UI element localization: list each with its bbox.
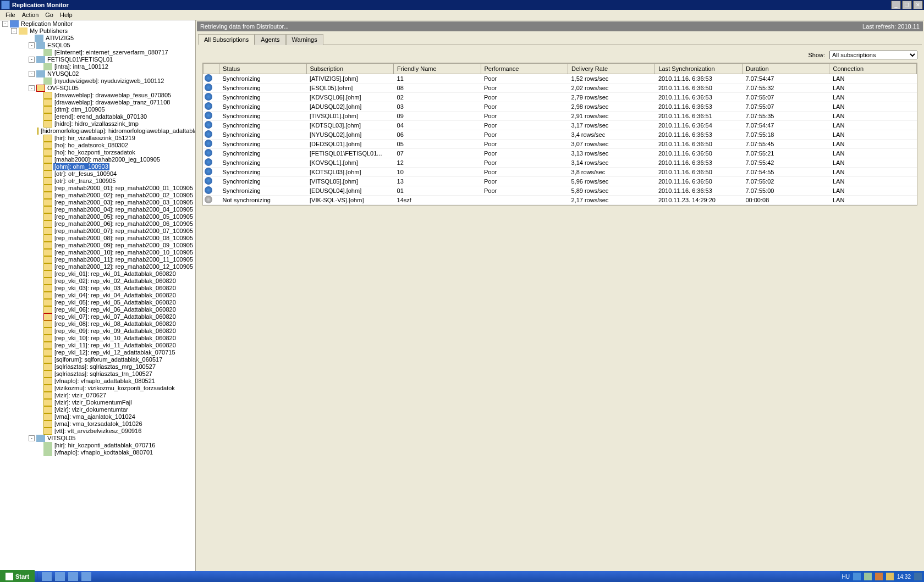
tree-item[interactable]: [erend]: erend_adattablak_070130 [53, 113, 148, 120]
table-row[interactable]: Synchronizing[KOTSQL03].[ohm]10Poor3,8 r… [204, 168, 917, 177]
table-row[interactable]: Synchronizing[VITSQL05].[ohm]13Poor5,96 … [204, 177, 917, 186]
tree-item[interactable]: [rep_vki_03]: rep_vki_03_Adattablak_0608… [53, 285, 177, 292]
expand-icon[interactable]: - [2, 21, 8, 27]
tree-item[interactable]: [rep_mahab2000_08]: rep_mahab2000_08_100… [53, 235, 194, 242]
table-row[interactable]: Synchronizing[FETISQL01\FETISQL01...07Po… [204, 149, 917, 158]
tree-item[interactable]: [dtm]: dtm_100905 [53, 106, 106, 113]
tree-item[interactable]: [otr]: otr_tranz_100905 [53, 178, 117, 185]
col-header[interactable]: Duration [742, 64, 829, 74]
menu-go[interactable]: Go [42, 10, 57, 19]
tree-item[interactable]: ATIVIZIG5 [45, 35, 75, 42]
menu-file[interactable]: File [2, 10, 19, 19]
menu-action[interactable]: Action [19, 10, 42, 19]
col-header[interactable]: Last Synchronization [655, 64, 742, 74]
tree-item[interactable]: [dravaweblap]: dravaweblap_tranz_071108 [53, 99, 171, 106]
quicklaunch-icon[interactable] [55, 572, 65, 581]
expand-icon[interactable]: - [29, 85, 35, 91]
tree-item[interactable]: [rep_vki_07]: rep_vki_07_Adattablak_0608… [53, 313, 177, 320]
tree-item[interactable]: [rep_mahab2000_07]: rep_mahab2000_07_100… [53, 228, 194, 235]
tree-item[interactable]: [hidromorfologiaweblap]: hidromorfologia… [40, 128, 196, 135]
tree-item[interactable]: [rep_mahab2000_01]: rep_mahab2000_01_100… [53, 185, 194, 192]
tree-item[interactable]: [vizir]: vizir_070627 [53, 392, 107, 399]
tray-icon[interactable] [853, 573, 861, 580]
clock[interactable]: 14:32 [897, 574, 911, 580]
table-row[interactable]: Synchronizing[KDTSQL03].[ohm]04Poor3,17 … [204, 121, 917, 130]
tree-item[interactable]: [rep_mahab2000_09]: rep_mahab2000_09_100… [53, 242, 194, 249]
tree-item[interactable]: [rep_vki_09]: rep_vki_09_Adattablak_0608… [53, 328, 177, 335]
tree-item[interactable]: [mahab2000]: mahab2000_jeg_100905 [53, 156, 161, 163]
tree-item[interactable]: [rep_vki_01]: rep_vki_01_Adattablak_0608… [53, 270, 177, 278]
tab-agents[interactable]: Agents [255, 34, 285, 45]
tree-item[interactable]: [sqlriasztas]: sqlriasztas_mrg_100527 [53, 363, 157, 370]
col-header[interactable]: Friendly Name [394, 64, 481, 74]
tree-item[interactable]: [nyuduvizigweb]: nyuduvizigweb_100112 [53, 77, 165, 85]
subscriptions-grid[interactable]: StatusSubscriptionFriendly NamePerforman… [202, 63, 917, 206]
table-row[interactable]: Not synchronizing[VIK-SQL-VS].[ohm]14szf… [204, 196, 917, 205]
col-header[interactable]: Subscription [306, 64, 393, 74]
tree-item[interactable]: [rep_vki_04]: rep_vki_04_Adattablak_0608… [53, 292, 177, 299]
tree-item[interactable]: [rep_vki_06]: rep_vki_06_Adattablak_0608… [53, 306, 177, 313]
tree-item[interactable]: [vfnaplo]: vfnaplo_adattablak_080521 [53, 378, 156, 385]
tree-item[interactable]: [rep_vki_05]: rep_vki_05_Adattablak_0608… [53, 299, 177, 306]
col-header[interactable]: Delivery Rate [568, 64, 654, 74]
expand-icon[interactable]: - [29, 71, 35, 77]
table-row[interactable]: Synchronizing[ATIVIZIG5].[ohm]11Poor1,52… [204, 74, 917, 84]
tab-all-subscriptions[interactable]: All Subscriptions [198, 34, 255, 45]
tree-item[interactable]: [ho]: ho_adatsorok_080302 [53, 142, 129, 149]
tree-item[interactable]: [rep_mahab2000_12]: rep_mahab2000_12_100… [53, 263, 194, 270]
expand-icon[interactable]: - [29, 435, 35, 441]
tree-item[interactable]: [rep_vki_11]: rep_vki_11_Adattablak_0608… [53, 342, 177, 349]
tree-item[interactable]: [rep_vki_02]: rep_vki_02_Adattablak_0608… [53, 278, 177, 285]
expand-icon[interactable]: - [29, 57, 35, 63]
tree-item[interactable]: [rep_vki_12]: rep_vki_12_adattablak_0707… [53, 349, 177, 356]
expand-icon[interactable]: - [29, 42, 35, 48]
tree-item[interactable]: [vtt]: vtt_arvizbelvizkesz_090916 [53, 428, 142, 435]
table-row[interactable]: Synchronizing[KDVSQL06].[ohm]02Poor2,79 … [204, 93, 917, 102]
tray-icon[interactable] [875, 573, 883, 580]
tree-item[interactable]: [otr]: otr_fesus_100904 [53, 170, 118, 178]
tree-panel[interactable]: -Replication Monitor -My Publishers ATIV… [0, 20, 196, 572]
minimize-button[interactable]: _ [891, 1, 901, 9]
tree-item[interactable]: [rep_mahab2000_11]: rep_mahab2000_11_100… [53, 256, 194, 263]
table-row[interactable]: Synchronizing[DEDSQL01].[ohm]05Poor3,07 … [204, 140, 917, 149]
tree-item[interactable]: [intra]: intra_100112 [53, 63, 109, 70]
menu-help[interactable]: Help [57, 10, 76, 19]
tree-item[interactable]: [sqlforum]: sqlforum_adattablak_060517 [53, 356, 163, 363]
tree-item[interactable]: [ohm]: ohm_100903 [53, 163, 109, 170]
tree-item[interactable]: [vizir]: vizir_DokumentumFajl [53, 399, 133, 406]
tree-item[interactable]: [hir]: hir_kozponti_adattablak_070716 [53, 442, 156, 449]
table-row[interactable]: Synchronizing[EDUSQL04].[ohm]01Poor5,89 … [204, 186, 917, 196]
col-icon[interactable] [204, 64, 219, 74]
col-header[interactable]: Connection [829, 64, 917, 74]
table-row[interactable]: Synchronizing[ADUSQL02].[ohm]03Poor2,98 … [204, 102, 917, 112]
tree-item[interactable]: [rep_mahab2000_10]: rep_mahab2000_10_100… [53, 249, 194, 256]
maximize-button[interactable]: ❐ [902, 1, 912, 9]
tree-item[interactable]: [rep_mahab2000_05]: rep_mahab2000_05_100… [53, 213, 194, 220]
tree-item[interactable]: [rep_vki_10]: rep_vki_10_Adattablak_0608… [53, 335, 177, 342]
tree-item[interactable]: [hir]: hir_vizallasszink_051219 [53, 135, 136, 142]
table-row[interactable]: Synchronizing[TIVSQL01].[ohm]09Poor2,91 … [204, 112, 917, 121]
show-select[interactable]: All subscriptions [829, 51, 917, 59]
tree-item[interactable]: [vizikozmu]: vizikozmu_kozponti_torzsada… [53, 385, 176, 392]
quicklaunch-icon[interactable] [42, 572, 52, 581]
col-header[interactable]: Status [219, 64, 306, 74]
table-row[interactable]: Synchronizing[ESQL05].[ohm]08Poor2,02 ro… [204, 84, 917, 93]
tree-item[interactable]: OVFSQL05 [46, 85, 80, 92]
tree-item[interactable]: NYUSQL02 [46, 70, 80, 77]
table-row[interactable]: Synchronizing[NYUSQL02].[ohm]06Poor3,4 r… [204, 130, 917, 140]
tree-item[interactable]: [vma]: vma_torzsadatok_101026 [53, 420, 144, 428]
tree-item[interactable]: VITSQL05 [46, 435, 76, 442]
show-desktop-icon[interactable] [914, 573, 922, 580]
close-button[interactable]: ✕ [913, 1, 923, 9]
tree-item[interactable]: [vizir]: vizir_dokumentumtar [53, 406, 129, 413]
tree-item[interactable]: [EInternet]: einternet_szerverfarm_08071… [53, 49, 169, 56]
tree-item[interactable]: [sqlriasztas]: sqlriasztas_trn_100527 [53, 370, 153, 378]
expand-icon[interactable]: - [11, 28, 17, 34]
start-button[interactable]: Start [0, 570, 35, 582]
col-header[interactable]: Performance [481, 64, 568, 74]
tree-item[interactable]: [vma]: vma_ajanlatok_101024 [53, 413, 136, 420]
tree-item[interactable]: FETISQL01\FETISQL01 [46, 56, 114, 63]
tree-item[interactable]: [rep_mahab2000_02]: rep_mahab2000_02_100… [53, 192, 194, 199]
tree-my-publishers[interactable]: My Publishers [29, 27, 69, 35]
tree-item[interactable]: [rep_vki_08]: rep_vki_08_Adattablak_0608… [53, 320, 177, 328]
